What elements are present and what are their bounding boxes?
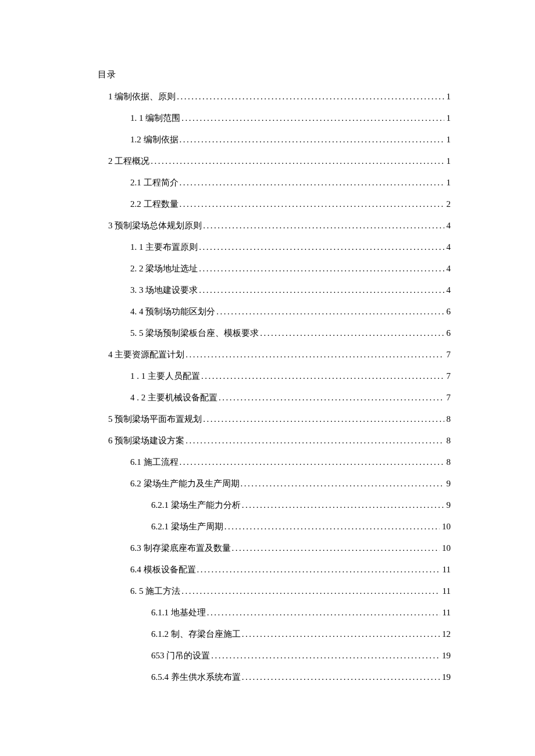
toc-page-number: 11 [441,585,451,597]
toc-entry-text: 1.2 编制依据 [130,134,179,145]
dot-leader [219,392,444,400]
toc-row: 6.4 模板设备配置11 [98,564,451,585]
toc-page-number: 4 [445,241,451,253]
toc-page-number: 7 [445,349,451,360]
toc-entry-text: 1 编制依据、原则 [108,91,176,102]
toc-row: 1. 1 编制范围1 [98,112,451,134]
toc-page-number: 1 [445,177,451,188]
toc-entry-text: 6.5.4 养生供水系统布置 [151,671,241,683]
toc-entry-text: 5. 5 梁场预制梁板台座、模板要求 [130,327,259,339]
dot-leader [177,91,444,99]
dot-leader [186,435,444,443]
dot-leader [197,564,440,572]
toc-entry-text: 2 工程概况 [108,155,149,167]
toc-row: 1 编制依据、原则1 [98,91,451,112]
dot-leader [224,521,440,529]
toc-page-number: 8 [445,413,451,425]
toc-entry-text: 6.2.1 梁场生产周期 [151,521,223,532]
dot-leader [180,456,444,465]
toc-entry-text: 6.2 梁场生产能力及生产周期 [130,478,240,489]
toc-row: 2. 2 梁场地址选址4 [98,263,451,284]
toc-page-number: 4 [445,220,451,231]
toc-page-number: 4 [445,284,451,296]
toc-row: 2 工程概况1 [98,155,451,177]
toc-page-number: 1 [445,112,451,124]
toc-row: 6.3 制存梁底座布置及数量10 [98,542,451,564]
dot-leader [199,284,444,293]
toc-row: 1 . 1 主要人员配置7 [98,370,451,392]
dot-leader [203,413,444,422]
dot-leader [180,134,444,142]
dot-leader [207,607,440,615]
toc-row: 6.5.4 养生供水系统布置19 [98,671,451,693]
toc-entry-text: 1 . 1 主要人员配置 [130,370,200,382]
toc-entry-text: 6.4 模板设备配置 [130,564,196,575]
toc-entry-text: 4. 4 预制场功能区划分 [130,306,215,317]
toc-page-number: 7 [445,392,451,403]
toc-entry-text: 6 预制梁场建设方案 [108,435,184,446]
toc-row: 6 预制梁场建设方案8 [98,435,451,456]
toc-page-number: 6 [445,327,451,339]
toc-title: 目录 [98,69,451,80]
toc-entry-text: 6.3 制存梁底座布置及数量 [130,542,231,554]
toc-page-number: 6 [445,306,451,317]
dot-leader [232,542,440,551]
toc-entry-text: 6. 5 施工方法 [130,585,180,597]
toc-row: 6.2.1 梁场生产周期10 [98,521,451,542]
toc-row: 3 预制梁场总体规划原则4 [98,220,451,241]
toc-entry-text: 6.2.1 梁场生产能力分析 [151,499,241,511]
dot-leader [241,478,444,486]
toc-row: 5 预制梁场平面布置规划8 [98,413,451,435]
dot-leader [181,585,440,594]
toc-page-number: 4 [445,263,451,274]
toc-entry-text: 3 预制梁场总体规划原则 [108,220,202,231]
toc-page-number: 7 [445,370,451,382]
dot-leader [180,177,444,185]
toc-page-number: 19 [441,650,451,661]
toc-entry-text: 5 预制梁场平面布置规划 [108,413,202,425]
toc-page-number: 12 [441,628,451,640]
toc-entry-text: 653 门吊的设置 [151,650,210,661]
toc-entry-text: 2. 2 梁场地址选址 [130,263,198,274]
toc-page-number: 8 [445,456,451,468]
toc-row: 2.2 工程数量2 [98,198,451,220]
toc-row: 1. 1 主要布置原则4 [98,241,451,263]
toc-row: 6.2.1 梁场生产能力分析9 [98,499,451,521]
dot-leader [180,198,444,207]
toc-row: 4. 4 预制场功能区划分6 [98,306,451,327]
toc-entry-text: 1. 1 编制范围 [130,112,180,124]
toc-page-number: 9 [445,499,451,511]
toc-entry-text: 2.1 工程简介 [130,177,179,188]
dot-leader [201,370,444,379]
toc-page-number: 1 [445,134,451,145]
toc-row: 6. 5 施工方法11 [98,585,451,607]
toc-page-number: 9 [445,478,451,489]
toc-row: 5. 5 梁场预制梁板台座、模板要求6 [98,327,451,349]
toc-entry-text: 2.2 工程数量 [130,198,179,210]
dot-leader [216,306,444,314]
toc-entry-text: 6.1.2 制、存梁台座施工 [151,628,241,640]
toc-list: 1 编制依据、原则11. 1 编制范围11.2 编制依据12 工程概况12.1 … [98,91,451,693]
dot-leader [242,499,444,508]
toc-row: 653 门吊的设置19 [98,650,451,671]
toc-page-number: 2 [445,198,451,210]
toc-row: 2.1 工程简介1 [98,177,451,198]
dot-leader [260,327,444,336]
toc-page-number: 11 [441,564,451,575]
dot-leader [199,241,444,250]
toc-row: 6.2 梁场生产能力及生产周期9 [98,478,451,499]
toc-page-number: 11 [441,607,451,618]
toc-row: 3. 3 场地建设要求4 [98,284,451,306]
toc-row: 4 . 2 主要机械设备配置7 [98,392,451,413]
dot-leader [181,112,444,121]
toc-entry-text: 3. 3 场地建设要求 [130,284,198,296]
dot-leader [203,220,444,228]
toc-entry-text: 4 主要资源配置计划 [108,349,184,360]
toc-row: 6.1.1 地基处理11 [98,607,451,628]
toc-page-number: 19 [441,671,451,683]
toc-page-number: 1 [445,91,451,102]
toc-row: 6.1 施工流程8 [98,456,451,478]
toc-entry-text: 6.1.1 地基处理 [151,607,206,618]
dot-leader [211,650,440,658]
dot-leader [199,263,444,271]
